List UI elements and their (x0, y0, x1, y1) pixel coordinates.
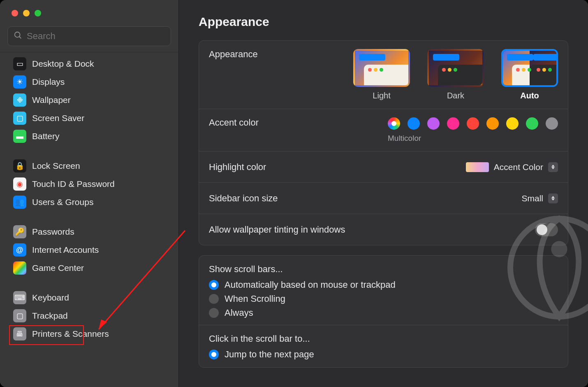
lock-screen-icon: 🔒 (13, 159, 26, 173)
passwords-icon: 🔑 (13, 225, 26, 238)
scrollbars-option-when-scrolling[interactable]: When Scrolling (199, 292, 568, 306)
scrollbars-option-auto[interactable]: Automatically based on mouse or trackpad (199, 278, 568, 292)
sidebar-item-label: Printers & Scanners (32, 329, 109, 339)
highlight-swatch (466, 162, 489, 172)
settings-window: ▭Desktop & Dock ☀Displays ❉Wallpaper ▢Sc… (0, 0, 588, 387)
appearance-option-dark[interactable]: Dark (427, 49, 484, 100)
sidebar-item-label: Keyboard (32, 293, 69, 303)
touch-id-icon: ◉ (13, 177, 26, 191)
search-icon (14, 31, 23, 42)
sidebar-item-trackpad[interactable]: ▢Trackpad (0, 307, 178, 325)
desktop-dock-icon: ▭ (13, 57, 26, 70)
radio-icon (209, 280, 219, 290)
fullscreen-window-button[interactable] (35, 10, 41, 16)
wallpaper-tinting-toggle[interactable] (535, 223, 558, 236)
sidebar-item-desktop-dock[interactable]: ▭Desktop & Dock (0, 55, 178, 73)
highlight-color-value: Accent Color (494, 162, 543, 172)
sidebar-item-internet-accounts[interactable]: @Internet Accounts (0, 241, 178, 259)
sidebar-item-displays[interactable]: ☀Displays (0, 73, 178, 91)
accent-blue[interactable] (407, 117, 420, 130)
minimize-window-button[interactable] (23, 10, 30, 16)
sidebar-item-game-center[interactable]: Game Center (0, 259, 178, 277)
internet-accounts-icon: @ (13, 243, 26, 256)
sidebar-item-label: Internet Accounts (32, 245, 99, 255)
sidebar-item-label: Desktop & Dock (32, 59, 94, 69)
accent-green[interactable] (526, 117, 538, 130)
appearance-option-auto[interactable]: Auto (501, 49, 558, 100)
radio-label: Always (225, 308, 253, 318)
sidebar-item-label: Wallpaper (32, 95, 71, 105)
accent-orange[interactable] (486, 117, 499, 130)
sidebar-icon-size-value: Small (521, 194, 543, 203)
sidebar-item-passwords[interactable]: 🔑Passwords (0, 223, 178, 241)
highlight-color-dropdown[interactable]: Accent Color (466, 162, 558, 172)
sidebar: ▭Desktop & Dock ☀Displays ❉Wallpaper ▢Sc… (0, 0, 179, 387)
sidebar-icon-size-dropdown[interactable]: Small (521, 194, 558, 203)
search-input[interactable] (27, 31, 165, 42)
sidebar-item-printers-scanners[interactable]: 🖶Printers & Scanners (0, 325, 178, 343)
sidebar-item-battery[interactable]: ▬Battery (0, 127, 178, 145)
scrollbars-option-always[interactable]: Always (199, 306, 568, 325)
accent-multicolor[interactable] (388, 117, 400, 130)
accent-purple[interactable] (427, 117, 440, 130)
trackpad-icon: ▢ (13, 309, 26, 322)
sidebar-item-label: Touch ID & Password (32, 179, 115, 189)
search-container (0, 16, 178, 52)
wallpaper-icon: ❉ (13, 93, 26, 107)
accent-color-options (388, 117, 558, 130)
chevron-updown-icon (548, 162, 558, 172)
search-box[interactable] (7, 26, 171, 46)
sidebar-item-label: Displays (32, 77, 65, 87)
wallpaper-tinting-label: Allow wallpaper tinting in windows (209, 224, 345, 235)
keyboard-icon: ⌨ (13, 291, 26, 304)
sidebar-item-touch-id[interactable]: ◉Touch ID & Password (0, 175, 178, 193)
scrollbars-heading: Show scroll bars... (199, 256, 568, 278)
radio-label: When Scrolling (225, 294, 285, 304)
chevron-updown-icon (548, 194, 558, 203)
appearance-option-label: Dark (447, 91, 464, 100)
click-scrollbar-option-jump[interactable]: Jump to the next page (199, 347, 568, 367)
sidebar-item-label: Game Center (32, 263, 84, 273)
users-groups-icon: 👥 (13, 196, 26, 209)
sidebar-item-label: Users & Groups (32, 197, 93, 207)
appearance-label: Appearance (209, 49, 258, 60)
sidebar-item-label: Screen Saver (32, 113, 84, 123)
sidebar-item-label: Lock Screen (32, 161, 80, 171)
svg-line-1 (19, 37, 21, 39)
accent-color-label: Accent color (209, 117, 259, 128)
appearance-mode-options: Light Dark Auto (353, 49, 558, 100)
sidebar-icon-size-label: Sidebar icon size (209, 193, 278, 204)
radio-icon (209, 294, 219, 304)
click-scrollbar-heading: Click in the scroll bar to... (199, 325, 568, 347)
game-center-icon (13, 261, 26, 275)
screen-saver-icon: ▢ (13, 112, 26, 125)
printers-icon: 🖶 (13, 327, 26, 340)
sidebar-item-keyboard[interactable]: ⌨Keyboard (0, 289, 178, 307)
accent-yellow[interactable] (506, 117, 519, 130)
radio-icon (209, 308, 219, 318)
close-window-button[interactable] (12, 10, 18, 16)
appearance-option-label: Auto (520, 91, 539, 100)
appearance-option-label: Light (373, 91, 390, 100)
accent-pink[interactable] (447, 117, 459, 130)
accent-red[interactable] (467, 117, 479, 130)
sidebar-item-wallpaper[interactable]: ❉Wallpaper (0, 91, 178, 109)
sidebar-item-screen-saver[interactable]: ▢Screen Saver (0, 109, 178, 127)
appearance-option-light[interactable]: Light (353, 49, 410, 100)
appearance-card: Appearance Light Dark (199, 40, 568, 245)
sidebar-item-label: Trackpad (32, 311, 68, 321)
radio-label: Automatically based on mouse or trackpad (225, 280, 396, 290)
battery-icon: ▬ (13, 130, 26, 143)
sidebar-item-users-groups[interactable]: 👥Users & Groups (0, 193, 178, 211)
highlight-color-label: Highlight color (209, 162, 266, 173)
svg-point-0 (15, 32, 20, 37)
radio-icon (209, 350, 219, 359)
sidebar-item-label: Battery (32, 131, 60, 141)
displays-icon: ☀ (13, 75, 26, 89)
page-title: Appearance (199, 15, 568, 29)
sidebar-list: ▭Desktop & Dock ☀Displays ❉Wallpaper ▢Sc… (0, 52, 178, 343)
sidebar-item-label: Passwords (32, 227, 74, 237)
window-controls (0, 0, 178, 16)
accent-graphite[interactable] (546, 117, 558, 130)
sidebar-item-lock-screen[interactable]: 🔒Lock Screen (0, 157, 178, 175)
